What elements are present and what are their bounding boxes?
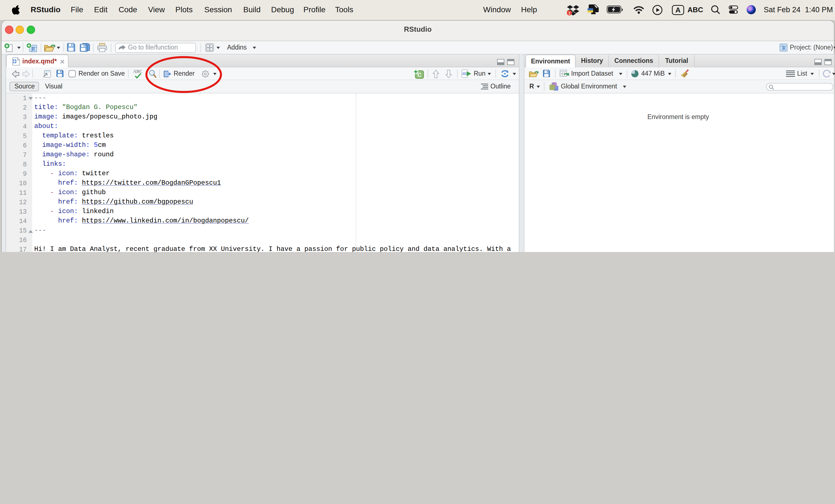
svg-text:R: R (782, 45, 786, 51)
svg-text:A: A (675, 6, 681, 14)
svg-text:R: R (32, 46, 35, 52)
svg-text:1: 1 (568, 10, 570, 15)
